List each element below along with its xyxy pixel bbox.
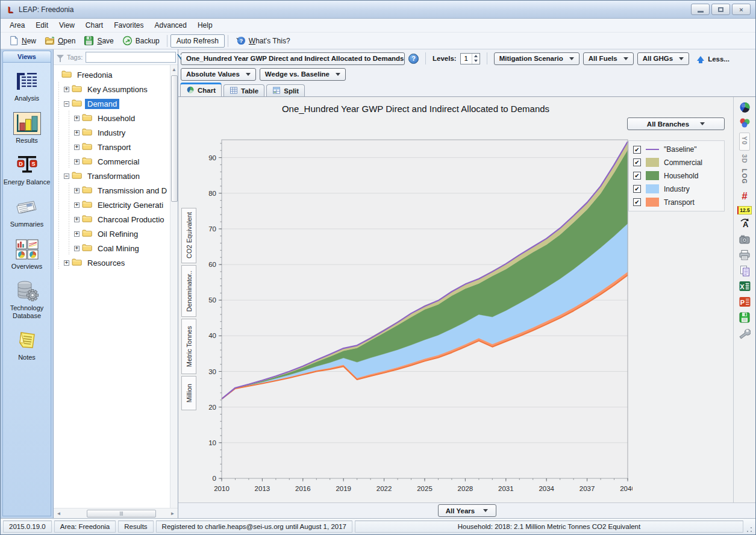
spinner-up-icon[interactable]	[472, 54, 480, 59]
log-scale-toggle[interactable]: LOG	[741, 169, 748, 186]
values-mode-dropdown[interactable]: Absolute Values	[181, 68, 256, 81]
expand-icon[interactable]: +	[74, 217, 80, 222]
toolbar-new-button[interactable]: New	[4, 34, 40, 48]
tree-item-household[interactable]: Household	[95, 113, 137, 124]
expand-icon[interactable]: +	[74, 145, 80, 150]
sidebar-item-summaries[interactable]: Summaries	[2, 196, 51, 228]
ghgs-dropdown[interactable]: All GHGs	[637, 52, 689, 65]
menu-item-advanced[interactable]: Advanced	[149, 19, 192, 31]
expand-icon[interactable]: +	[64, 260, 69, 266]
tree-item-resources[interactable]: Resources	[85, 258, 127, 268]
sidebar-item-results[interactable]: Results	[2, 112, 51, 145]
y-unit-box[interactable]: Metric Tonnes	[181, 319, 196, 374]
fuels-dropdown[interactable]: All Fuels	[583, 52, 634, 65]
chevron-down-icon	[336, 73, 340, 76]
rotate-labels-icon[interactable]: A	[738, 217, 751, 230]
toolbar-auto-refresh-button[interactable]: Auto Refresh	[170, 34, 225, 48]
legend-checkbox[interactable]: ✔	[633, 146, 641, 154]
scroll-left-arrow[interactable]: ◄	[55, 509, 63, 518]
expand-icon[interactable]: +	[74, 116, 80, 121]
tab-chart[interactable]: Chart	[180, 83, 222, 96]
sidebar-item-notes[interactable]: Notes	[2, 329, 51, 361]
vertical-scroll-thumb[interactable]	[171, 75, 178, 202]
tree-item-transport[interactable]: Transport	[95, 142, 133, 152]
scroll-up-arrow[interactable]: ▲	[170, 65, 178, 74]
expand-icon[interactable]: +	[64, 87, 69, 92]
tree-item-electricity-generati[interactable]: Electricity Generati	[95, 200, 166, 210]
copy-image-icon[interactable]	[738, 233, 751, 245]
close-button[interactable]: ×	[732, 4, 751, 15]
toolbar-open-button[interactable]: Open	[40, 34, 80, 48]
y-axis-zero-toggle[interactable]: Y0	[739, 133, 750, 151]
legend-checkbox[interactable]: ✔	[633, 172, 641, 180]
y-unit-box[interactable]: Denominator..	[181, 265, 196, 317]
collapse-icon[interactable]: −	[64, 174, 69, 179]
tags-input[interactable]	[86, 52, 176, 63]
chart-type-pie-icon[interactable]	[738, 101, 751, 113]
toolbar-whats-this-button[interactable]: ?What's This?	[231, 34, 295, 48]
sidebar-item-energy-balance[interactable]: DSEnergy Balance	[2, 154, 51, 186]
tab-split[interactable]: Split	[266, 84, 305, 96]
tree-vertical-scrollbar[interactable]: ▲	[170, 65, 178, 508]
expand-icon[interactable]: +	[74, 188, 80, 193]
toolbar-save-button[interactable]: Save	[80, 34, 117, 48]
chart-settings-icon[interactable]	[738, 327, 751, 339]
tree-horizontal-scrollbar[interactable]: ◄ ►	[54, 508, 178, 518]
scroll-right-arrow[interactable]: ►	[169, 509, 177, 518]
sidebar-item-technology-database[interactable]: Technology Database	[2, 280, 51, 319]
print-chart-icon[interactable]	[738, 249, 751, 261]
y-unit-box[interactable]: CO2 Equivalent	[181, 208, 196, 263]
scenario-dropdown[interactable]: Mitigation Scenario	[494, 52, 579, 65]
legend-checkbox[interactable]: ✔	[633, 198, 641, 206]
expand-icon[interactable]: +	[74, 231, 80, 237]
chart-mode-dropdown[interactable]: Wedge vs. Baseline	[260, 68, 346, 81]
tree-item-commercial[interactable]: Commercial	[95, 157, 142, 167]
help-icon[interactable]: ?	[408, 54, 419, 64]
years-dropdown[interactable]: All Years	[438, 504, 496, 517]
tree-item-demand[interactable]: Demand	[85, 99, 119, 109]
three-d-toggle[interactable]: 3D	[741, 154, 748, 165]
legend-checkbox[interactable]: ✔	[633, 185, 641, 193]
result-variable-dropdown[interactable]: One_Hundred Year GWP Direct and Indirect…	[181, 52, 405, 65]
tree-item-coal-mining[interactable]: Coal Mining	[95, 243, 142, 254]
export-powerpoint-icon[interactable]: P	[738, 296, 751, 308]
menu-item-chart[interactable]: Chart	[80, 19, 108, 31]
menu-item-edit[interactable]: Edit	[30, 19, 54, 31]
restore-button[interactable]	[711, 4, 730, 15]
horizontal-scroll-thumb[interactable]	[87, 510, 156, 518]
menu-item-area[interactable]: Area	[4, 19, 30, 31]
sidebar-item-overviews[interactable]: Overviews	[2, 238, 51, 271]
minimize-button[interactable]	[691, 4, 710, 15]
expand-icon[interactable]: +	[74, 202, 80, 208]
decimals-toggle[interactable]: 12.5	[737, 205, 752, 214]
export-excel-icon[interactable]: X	[738, 280, 751, 292]
expand-icon[interactable]: +	[74, 159, 80, 164]
gridlines-toggle[interactable]: #	[738, 190, 751, 202]
copy-data-icon[interactable]	[738, 264, 751, 277]
tree-item-freedonia[interactable]: Freedonia	[75, 70, 115, 80]
y-unit-box[interactable]: Million	[181, 376, 196, 410]
less-options-button[interactable]: Less...	[693, 53, 734, 64]
spinner-down-icon[interactable]	[472, 58, 480, 64]
save-chart-icon[interactable]	[738, 311, 751, 324]
tree-item-key-assumptions[interactable]: Key Assumptions	[85, 84, 150, 95]
chart-colors-icon[interactable]	[738, 117, 751, 129]
menu-item-view[interactable]: View	[54, 19, 80, 31]
tree-item-oil-refining[interactable]: Oil Refining	[95, 229, 140, 239]
tree-item-industry[interactable]: Industry	[95, 128, 128, 138]
sidebar-item-analysis[interactable]: Analysis	[2, 70, 51, 102]
tree-item-transformation[interactable]: Transformation	[85, 171, 142, 181]
menu-item-help[interactable]: Help	[192, 19, 218, 31]
expand-icon[interactable]: +	[74, 246, 80, 251]
tree-item-transmission-and-d[interactable]: Transmission and D	[95, 186, 169, 196]
tree-item-charcoal-productio[interactable]: Charcoal Productio	[95, 214, 167, 225]
branches-dropdown[interactable]: All Branches	[627, 117, 725, 130]
toolbar-backup-button[interactable]: Backup	[118, 34, 164, 48]
resize-grip[interactable]	[746, 526, 753, 533]
tab-table[interactable]: Table	[223, 84, 264, 96]
expand-icon[interactable]: +	[74, 130, 80, 136]
legend-checkbox[interactable]: ✔	[633, 158, 641, 166]
collapse-icon[interactable]: −	[64, 101, 69, 107]
menu-item-favorites[interactable]: Favorites	[108, 19, 149, 31]
levels-spinner[interactable]: 1	[460, 53, 480, 64]
